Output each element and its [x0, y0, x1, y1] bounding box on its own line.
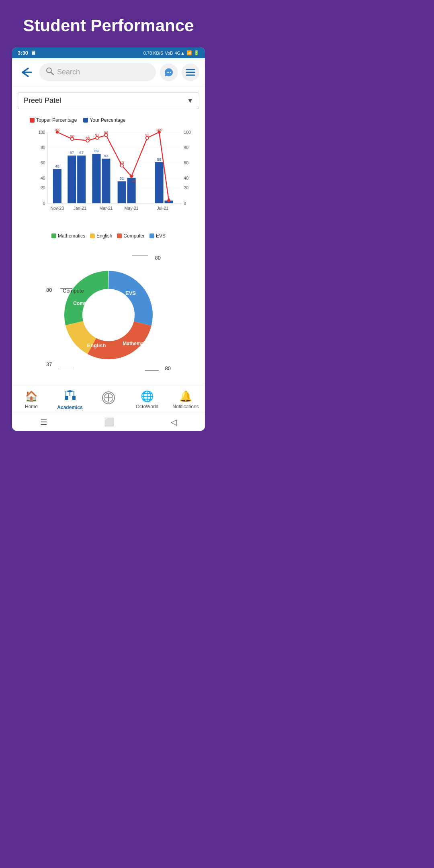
legend-evs: EVS: [149, 233, 166, 239]
svg-text:Comput: Comput: [73, 301, 91, 306]
svg-point-2: [167, 72, 168, 72]
svg-text:63: 63: [104, 154, 108, 158]
svg-text:96: 96: [104, 130, 108, 135]
nav-notifications-label: Notifications: [172, 404, 199, 409]
evs-value: 80: [155, 255, 161, 261]
svg-text:67: 67: [79, 150, 84, 155]
search-bar[interactable]: Search: [39, 63, 156, 81]
nav-home[interactable]: 🏠 Home: [12, 390, 51, 409]
svg-rect-64: [65, 396, 68, 400]
svg-rect-65: [72, 396, 76, 400]
content-area: Preeti Patel ▼ Topper Percentage Your Pe…: [12, 86, 205, 247]
computer-value: 80: [46, 287, 52, 293]
back-button[interactable]: [18, 63, 35, 81]
svg-text:0: 0: [184, 201, 186, 206]
nav-octoworld-label: OctoWorld: [136, 404, 158, 409]
bar-jan21-1: [68, 156, 76, 203]
dropdown-arrow-icon: ▼: [187, 97, 193, 104]
svg-text:53: 53: [120, 160, 124, 165]
svg-text:Jan-21: Jan-21: [74, 206, 86, 211]
octoworld-icon: 🌐: [141, 390, 154, 403]
svg-text:100: 100: [38, 130, 45, 135]
chart-svg: 100 80 60 40 20 0 100 80 60 40 20 0: [34, 126, 195, 223]
bar-may21-1: [118, 181, 126, 203]
android-back-button[interactable]: ◁: [171, 417, 177, 427]
android-nav: ☰ ⬜ ◁: [12, 413, 205, 431]
svg-text:100: 100: [156, 127, 162, 132]
svg-text:92: 92: [95, 133, 100, 137]
svg-text:40: 40: [41, 176, 45, 180]
svg-text:60: 60: [184, 160, 188, 165]
svg-text:Mathemati: Mathemati: [123, 341, 146, 346]
svg-text:Jul-21: Jul-21: [157, 206, 168, 211]
status-time: 3:30 🖥: [18, 50, 36, 56]
student-name: Preeti Patel: [24, 96, 61, 105]
svg-point-3: [168, 72, 169, 72]
academics-icon: [64, 389, 76, 403]
donut-svg: EVS Comput English Mathemati: [52, 259, 165, 371]
svg-text:Nov-20: Nov-20: [50, 206, 64, 211]
svg-text:Mar-21: Mar-21: [99, 206, 113, 211]
svg-text:EVS: EVS: [125, 290, 136, 296]
svg-text:88: 88: [86, 135, 90, 140]
legend-english: English: [90, 233, 112, 239]
search-icon: [46, 67, 54, 77]
subject-legend: Mathematics English Computer EVS: [18, 231, 199, 243]
svg-text:May-21: May-21: [125, 206, 139, 211]
svg-text:80: 80: [184, 145, 188, 150]
status-bar: 3:30 🖥 0.78 KB/S VoB 4G▲ 📶 🔋: [12, 47, 205, 58]
svg-text:20: 20: [184, 185, 188, 190]
svg-text:English: English: [87, 342, 106, 348]
nav-octoworld[interactable]: 🌐 OctoWorld: [128, 390, 166, 409]
menu-button[interactable]: [182, 63, 199, 81]
computer-label: Compute: [63, 288, 84, 294]
page-title: Student Performance: [15, 0, 202, 47]
legend-topper: Topper Percentage: [30, 117, 77, 123]
svg-text:67: 67: [70, 150, 74, 155]
android-menu-button[interactable]: ☰: [40, 417, 47, 427]
legend-computer: Computer: [117, 233, 145, 239]
svg-text:100: 100: [54, 127, 60, 132]
svg-text:58: 58: [157, 157, 162, 162]
bottom-nav: 🏠 Home Academics: [12, 385, 205, 413]
nav-academics-label: Academics: [57, 405, 82, 410]
bar-chart: 100 80 60 40 20 0 100 80 60 40 20 0: [18, 126, 199, 231]
svg-point-45: [167, 199, 170, 202]
bar-jan21-2: [77, 156, 86, 203]
legend-your: Your Percentage: [83, 117, 125, 123]
nav-notifications[interactable]: 🔔 Notifications: [166, 390, 205, 409]
english-value: 37: [46, 361, 52, 367]
bar-mar21-1: [92, 154, 100, 203]
bar-chart-container: Topper Percentage Your Percentage: [18, 115, 199, 247]
svg-text:90: 90: [70, 134, 74, 138]
message-button[interactable]: [160, 63, 178, 81]
svg-text:48: 48: [55, 164, 59, 168]
svg-text:100: 100: [184, 130, 191, 135]
special-icon: [102, 391, 115, 407]
status-right: 0.78 KB/S VoB 4G▲ 📶 🔋: [143, 50, 199, 55]
svg-text:0: 0: [43, 201, 45, 206]
nav-academics[interactable]: Academics: [51, 389, 89, 410]
notifications-icon: 🔔: [179, 390, 192, 403]
student-dropdown[interactable]: Preeti Patel ▼: [18, 92, 199, 109]
svg-point-42: [130, 175, 133, 178]
donut-chart-section: EVS Comput English Mathemati 80 80 Compu…: [12, 247, 205, 385]
legend-mathematics: Mathematics: [51, 233, 85, 239]
svg-text:38: 38: [132, 178, 136, 183]
svg-text:69: 69: [94, 149, 99, 153]
svg-text:31: 31: [120, 176, 124, 180]
svg-text:40: 40: [184, 176, 188, 180]
donut-center: [84, 290, 133, 340]
bar-mar21-2: [102, 159, 110, 203]
svg-point-4: [170, 72, 171, 72]
svg-line-1: [51, 72, 53, 75]
search-input[interactable]: Search: [57, 68, 80, 76]
nav-special[interactable]: [89, 391, 128, 409]
home-icon: 🏠: [25, 390, 38, 403]
math-value: 80: [165, 365, 171, 371]
top-bar: Search: [12, 58, 205, 86]
svg-text:20: 20: [41, 185, 45, 190]
android-home-button[interactable]: ⬜: [104, 417, 114, 427]
svg-text:92: 92: [145, 133, 149, 137]
nav-home-label: Home: [25, 404, 38, 409]
